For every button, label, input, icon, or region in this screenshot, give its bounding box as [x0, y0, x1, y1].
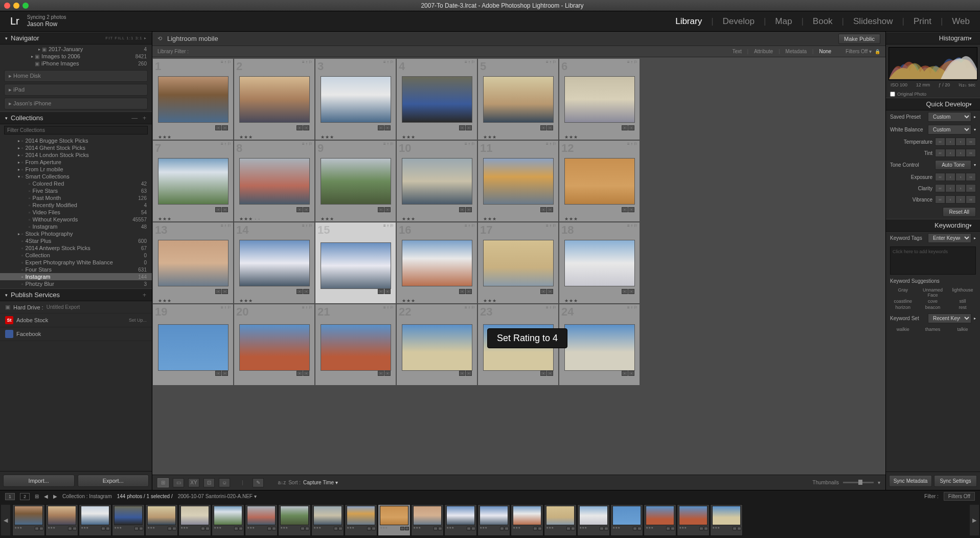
filmstrip-cell[interactable]: ★★★	[544, 504, 577, 536]
tint-inc2-button[interactable]: ››	[966, 149, 976, 157]
exp-dec-button[interactable]: ‹	[945, 173, 955, 181]
tint-dec2-button[interactable]: ‹‹	[935, 149, 945, 157]
filmstrip[interactable]: ◀ ▶ ★★★★★★★★★★★★★★★★★★★★★★★★★★★★★★★★★★★★…	[0, 502, 980, 538]
filmstrip-cell[interactable]: ★★★	[677, 504, 710, 536]
thumbnail-cell[interactable]: 14 ≡ ↑ ⚐ ▫▫ ★★★	[234, 222, 315, 304]
folder-row[interactable]: ▣iPhone Images260	[0, 60, 152, 67]
thumbnail-cell[interactable]: 8 ≡ ↑ ⚐ ▫▫ ★★★ · ·	[234, 140, 315, 222]
filmstrip-cell[interactable]: ★★★	[178, 504, 211, 536]
filmstrip-cell[interactable]: ★★★	[444, 504, 477, 536]
collection-row[interactable]: ▫Past Month126	[0, 194, 152, 201]
maximize-button[interactable]	[22, 3, 29, 9]
thumbnail-cell[interactable]: 6 ≡ ↑ ⚐ ▫▫ ★★★	[559, 58, 640, 140]
temp-dec-button[interactable]: ‹	[945, 138, 955, 146]
monitor-1-button[interactable]: 1	[5, 493, 15, 500]
thumbnail-cell[interactable]: 16 ≡ ↑ ⚐ ▫▫ ★★★	[396, 222, 477, 304]
compare-view-button[interactable]: XY	[188, 478, 199, 487]
original-photo-checkbox[interactable]	[890, 92, 895, 97]
filmstrip-cell[interactable]: ★★★	[112, 504, 145, 536]
collection-row[interactable]: ▫Colored Red42	[0, 180, 152, 187]
navigator-header[interactable]: ▾ Navigator FIT FILL 1:1 3:1 ▸	[0, 32, 152, 44]
exp-dec2-button[interactable]: ‹‹	[935, 173, 945, 181]
keyword-suggestion[interactable]: lighthouse	[950, 287, 975, 298]
sync-metadata-button[interactable]: Sync Metadata	[889, 475, 932, 487]
keyword-tags-select[interactable]: Enter Keywords	[928, 233, 971, 243]
loupe-view-button[interactable]: ▭	[173, 478, 184, 487]
module-library[interactable]: Library	[675, 16, 702, 27]
temp-inc2-button[interactable]: ››	[966, 138, 976, 146]
thumbnail-cell[interactable]: 12 ≡ ↑ ⚐ ▫▫ ★★★	[559, 140, 640, 222]
breadcrumb[interactable]: Lightroom mobile	[167, 35, 218, 42]
thumbnail-cell[interactable]: 3 ≡ ↑ ⚐ ▫▫ ★★★	[315, 58, 396, 140]
collection-row[interactable]: ▫Without Keywords45557	[0, 216, 152, 223]
monitor-2-button[interactable]: 2	[20, 493, 30, 500]
publish-services-header[interactable]: ▾ Publish Services +	[0, 288, 152, 301]
folder-row[interactable]: ▸▣2017-January4	[0, 46, 152, 53]
thumbnail-grid[interactable]: 1 ≡ ↑ ⚐ ▫▫ ★★★2 ≡ ↑ ⚐ ▫▫ ★★★3 ≡ ↑ ⚐ ▫▫ ★…	[152, 57, 885, 475]
filmstrip-cell[interactable]: ★★★	[145, 504, 178, 536]
reset-all-button[interactable]: Reset All	[943, 207, 976, 217]
collection-row[interactable]: ▫Four Stars631	[0, 266, 152, 273]
thumbnail-cell[interactable]: 1 ≡ ↑ ⚐ ▫▫ ★★★	[152, 58, 234, 140]
survey-view-button[interactable]: ⊡	[203, 478, 215, 487]
exp-inc2-button[interactable]: ››	[966, 173, 976, 181]
grid-view-button[interactable]: ⊞	[157, 478, 169, 487]
thumbnail-cell[interactable]: 20 ≡ ↑ ⚐ ▫▫	[234, 304, 315, 386]
thumbnail-cell[interactable]: 10 ≡ ↑ ⚐ ▫▫ ★★★	[396, 140, 477, 222]
filmstrip-cell[interactable]: ★★★	[245, 504, 278, 536]
collection-row[interactable]: ▫Collection0	[0, 252, 152, 259]
collection-row[interactable]: ▫2014 Antwerp Stock Picks67	[0, 244, 152, 252]
thumbnail-cell[interactable]: 18 ≡ ↑ ⚐ ▫▫ ★★★	[559, 222, 640, 304]
vib-inc2-button[interactable]: ››	[966, 195, 976, 204]
module-web[interactable]: Web	[952, 16, 970, 27]
disclosure-icon[interactable]: ▸	[974, 115, 976, 119]
collection-row[interactable]: ▸▫2014 London Stock Picks	[0, 151, 152, 159]
vib-inc-button[interactable]: ›	[955, 195, 966, 204]
keyword-set-item[interactable]: walkie	[890, 327, 916, 332]
collection-row[interactable]: ▸▫From Aperture	[0, 159, 152, 166]
module-develop[interactable]: Develop	[723, 16, 755, 27]
filmstrip-cell[interactable]: ★★★	[511, 504, 543, 536]
filmstrip-cell[interactable]: ★★★	[411, 504, 444, 536]
publish-service-row[interactable]: ▣Hard Drive :Untitled Export	[0, 301, 152, 313]
filmstrip-cell[interactable]: ★★★	[577, 504, 610, 536]
thumbnail-cell[interactable]: 17 ≡ ↑ ⚐ ▫▫ ★★★	[477, 222, 559, 304]
thumbnail-cell[interactable]: 9 ≡ ↑ ⚐ ▫▫ ★★★	[315, 140, 396, 222]
tint-dec-button[interactable]: ‹	[945, 149, 955, 157]
volume-well[interactable]: ▸ Jason's iPhone	[4, 98, 148, 109]
publish-add-icon[interactable]: +	[143, 292, 147, 299]
disclosure-triangle-icon[interactable]: ▾	[969, 36, 972, 41]
collection-row[interactable]: ▫Five Stars63	[0, 187, 152, 194]
keyword-suggestion[interactable]: Unnamed Face	[920, 287, 945, 298]
collections-header[interactable]: ▾ Collections — +	[0, 111, 152, 124]
close-button[interactable]	[4, 3, 10, 9]
vib-dec-button[interactable]: ‹	[945, 195, 955, 204]
filmstrip-cell[interactable]: ★★★	[278, 504, 311, 536]
thumbnail-cell[interactable]: 24 ≡ ↑ ⚐ ▫▫	[559, 304, 640, 386]
collection-row[interactable]: ▫Instagram48	[0, 223, 152, 230]
sort-direction-icon[interactable]: a↓z	[278, 480, 286, 485]
temp-inc-button[interactable]: ›	[955, 138, 966, 146]
filter-none[interactable]: None	[819, 49, 831, 54]
keyword-set-item[interactable]: talkie	[950, 327, 975, 332]
export-button[interactable]: Export...	[78, 475, 149, 487]
filmstrip-cell[interactable]: ★★★	[345, 504, 377, 536]
clarity-inc-button[interactable]: ›	[955, 184, 966, 192]
module-slideshow[interactable]: Slideshow	[853, 16, 893, 27]
module-map[interactable]: Map	[775, 16, 792, 27]
thumbnail-cell[interactable]: 4 ≡ ↑ ⚐ ▫▫ ★★★	[396, 58, 477, 140]
lock-icon[interactable]	[875, 49, 880, 54]
exp-inc-button[interactable]: ›	[955, 173, 966, 181]
import-button[interactable]: Import...	[3, 475, 75, 487]
quick-develop-header[interactable]: Quick Develop ▾	[886, 98, 980, 110]
disclosure-triangle-icon[interactable]: ▾	[969, 102, 972, 107]
white-balance-select[interactable]: Custom	[928, 125, 971, 134]
collection-row[interactable]: ▫Expert Photography White Balance0	[0, 259, 152, 266]
keyword-suggestion[interactable]: still	[950, 299, 975, 304]
filters-off-dropdown[interactable]: Filters Off ▾	[846, 49, 872, 54]
collection-row[interactable]: ▸▫From Lr mobile	[0, 166, 152, 173]
tint-inc-button[interactable]: ›	[955, 149, 966, 157]
painter-button[interactable]: ✎	[253, 478, 264, 487]
make-public-button[interactable]: Make Public	[838, 34, 880, 44]
thumbnail-cell[interactable]: 7 ≡ ↑ ⚐ ▫▫ ★★★	[152, 140, 234, 222]
